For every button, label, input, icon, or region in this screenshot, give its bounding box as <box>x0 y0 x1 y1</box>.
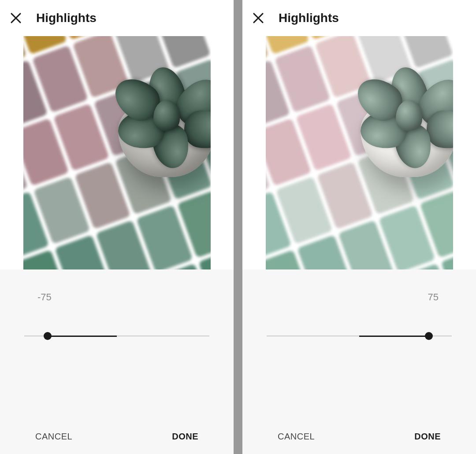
footer: CANCEL DONE <box>242 419 476 454</box>
close-icon[interactable] <box>251 11 265 25</box>
cancel-button[interactable]: CANCEL <box>35 432 72 442</box>
page-title: Highlights <box>36 11 97 25</box>
slider-thumb[interactable] <box>44 332 52 340</box>
edit-panel-right: Highlights 75 CANCEL DONE <box>242 0 476 454</box>
header: Highlights <box>0 0 234 36</box>
image-preview <box>0 36 234 269</box>
highlights-slider[interactable] <box>242 318 476 336</box>
succulent-pot <box>343 63 453 186</box>
controls: -75 CANCEL DONE <box>0 269 234 454</box>
controls: 75 CANCEL DONE <box>242 269 476 454</box>
slider-thumb[interactable] <box>425 332 433 340</box>
footer: CANCEL DONE <box>0 419 234 454</box>
slider-value: 75 <box>242 292 476 318</box>
close-icon[interactable] <box>9 11 23 25</box>
header: Highlights <box>242 0 476 36</box>
slider-value: -75 <box>0 292 234 318</box>
image-preview <box>242 36 476 269</box>
highlights-slider[interactable] <box>0 318 234 336</box>
cancel-button[interactable]: CANCEL <box>278 432 315 442</box>
page-title: Highlights <box>279 11 339 25</box>
done-button[interactable]: DONE <box>172 432 198 442</box>
done-button[interactable]: DONE <box>414 432 441 442</box>
edit-panel-left: Highlights -75 CANCEL DONE <box>0 0 234 454</box>
succulent-pot <box>100 63 211 186</box>
panel-divider <box>234 0 242 454</box>
